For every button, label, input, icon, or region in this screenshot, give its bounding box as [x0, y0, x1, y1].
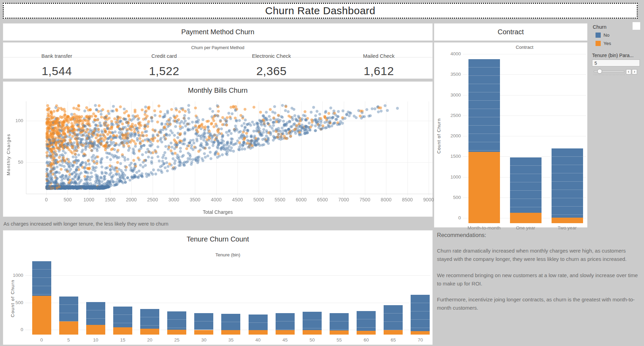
scatter-xtick-label: 5500 [270, 197, 290, 202]
scatter-xtick-label: 7500 [355, 197, 375, 202]
kpi-value[interactable]: 2,365 [218, 64, 325, 78]
contract-inner-title: Contract [463, 45, 586, 50]
bar-segment-no[interactable] [552, 148, 583, 218]
scatter-xtick-label: 6500 [312, 197, 333, 202]
scatter-caption: As charges increased with longer tenure,… [3, 219, 433, 229]
scatter-xtick-label: 5000 [248, 197, 269, 202]
kpi-value[interactable]: 1,544 [3, 64, 110, 78]
scatter-panel-title-strip: Monthly Bills Churn [3, 81, 433, 100]
scatter-xtick-label: 3000 [163, 197, 184, 202]
bar-chart-category-label: 50 [298, 337, 325, 343]
bar-segment-no[interactable] [411, 295, 430, 331]
bar-segment-no[interactable] [330, 313, 349, 330]
legend-blank-square [633, 22, 640, 30]
payment-kpi-subtitle: Churn per Payment Method [3, 45, 432, 50]
bar-segment-yes[interactable] [357, 331, 376, 335]
bar-chart-category-label: Two year [546, 225, 588, 230]
legend-swatch-no [596, 33, 601, 38]
bar-chart-ytick-label: 1000 [445, 174, 461, 180]
contract-panel-title-strip: Contract [434, 23, 588, 41]
bar-chart-ytick-label: 3500 [445, 72, 461, 77]
bar-segment-yes[interactable] [59, 321, 78, 335]
scatter-xlabel: Total Charges [3, 209, 432, 215]
bar-chart-ytick-label: 1500 [445, 154, 461, 159]
bar-segment-no[interactable] [249, 315, 268, 330]
scatter-xtick-label: 2000 [121, 197, 142, 202]
bar-chart-category-label: 5 [55, 337, 82, 343]
kpi-value[interactable]: 1,522 [110, 64, 218, 78]
bar-chart-category-label: 25 [163, 337, 190, 343]
scatter-xtick-label: 1500 [100, 197, 120, 202]
kpi-column: Bank transfer1,544 [3, 51, 110, 79]
bar-chart-category-label: 15 [109, 337, 136, 343]
parameter-value-input[interactable] [592, 60, 640, 66]
parameter-increment-button[interactable]: › [632, 69, 637, 74]
bar-chart-category-label: 65 [380, 337, 407, 343]
bar-chart-category-label: 60 [353, 337, 380, 343]
recommendations-block: Recommendations: Churn rate dramatically… [437, 232, 642, 320]
tenure-panel-title-strip: Tenure Churn Count [3, 230, 433, 248]
legend-item-yes[interactable]: Yes [596, 41, 611, 46]
recommendations-heading: Recommendations: [437, 232, 642, 238]
bar-segment-no[interactable] [32, 261, 51, 296]
bar-segment-yes[interactable] [32, 296, 51, 335]
payment-kpi-panel: Churn per Payment Method Bank transfer1,… [3, 42, 433, 79]
bar-segment-no[interactable] [140, 309, 159, 329]
legend-item-no[interactable]: No [596, 33, 609, 38]
bar-segment-no[interactable] [303, 312, 322, 330]
bar-segment-yes[interactable] [194, 330, 213, 335]
bar-chart-ytick-label: 2000 [445, 133, 461, 138]
bar-segment-yes[interactable] [276, 330, 295, 335]
bar-chart-ytick-label: 0 [7, 327, 23, 332]
bar-segment-no[interactable] [510, 157, 542, 213]
scatter-xtick-label: 3500 [185, 197, 205, 202]
bar-chart-category-label: 70 [407, 337, 434, 343]
bar-segment-yes[interactable] [221, 330, 240, 335]
bar-segment-yes[interactable] [140, 329, 159, 335]
bar-chart-ytick-label: 500 [445, 195, 461, 200]
contract-ylabel: Count of Churn [436, 101, 441, 171]
bar-chart-ytick-label: 3000 [445, 92, 461, 98]
bar-segment-yes[interactable] [468, 152, 500, 223]
scatter-xtick-label: 7000 [333, 197, 354, 202]
bar-chart-gridline [25, 275, 430, 276]
kpi-value[interactable]: 1,612 [325, 64, 432, 78]
bar-chart-ytick-label: 0 [445, 215, 461, 220]
bar-segment-yes[interactable] [86, 325, 105, 335]
bar-segment-yes[interactable] [167, 330, 186, 335]
kpi-column-header: Bank transfer [3, 53, 110, 59]
bar-chart-category-label: Month-to-month [463, 225, 505, 230]
bar-chart-ytick-label: 500 [7, 300, 23, 305]
bar-segment-no[interactable] [221, 314, 240, 330]
parameter-decrement-button[interactable]: ‹ [626, 69, 631, 74]
kpi-column-header: Credit card [110, 53, 218, 59]
bar-segment-no[interactable] [86, 302, 105, 325]
bar-segment-no[interactable] [357, 311, 376, 331]
tenure-top-axis-title: Tenure (bin) [25, 252, 430, 257]
bar-segment-yes[interactable] [384, 330, 403, 335]
scatter-xtick-label: 8500 [397, 197, 418, 202]
dashboard-title-bar: Churn Rate Dashboard [3, 3, 638, 19]
bar-segment-yes[interactable] [249, 330, 268, 335]
bar-segment-yes[interactable] [552, 218, 583, 223]
dashboard-title: Churn Rate Dashboard [265, 5, 376, 17]
bar-segment-yes[interactable] [510, 213, 542, 223]
bar-segment-no[interactable] [194, 313, 213, 330]
bar-segment-yes[interactable] [113, 327, 132, 335]
bar-segment-no[interactable] [468, 59, 500, 152]
contract-chart-panel: Contract Count of Churn 0500100015002000… [434, 42, 588, 228]
bar-segment-yes[interactable] [411, 331, 430, 335]
scatter-xtick-label: 8000 [376, 197, 396, 202]
bar-segment-no[interactable] [167, 311, 186, 329]
parameter-slider-thumb[interactable] [597, 69, 602, 74]
bar-segment-no[interactable] [276, 313, 295, 330]
bar-segment-yes[interactable] [330, 330, 349, 335]
bar-segment-no[interactable] [384, 305, 403, 330]
bar-chart-category-label: 55 [325, 337, 352, 343]
scatter-xtick-label: 6000 [291, 197, 312, 202]
bar-segment-no[interactable] [113, 307, 132, 327]
bar-chart-ytick-label: 1000 [7, 273, 23, 278]
bar-segment-no[interactable] [59, 297, 78, 321]
scatter-panel-title: Monthly Bills Churn [188, 86, 248, 94]
bar-segment-yes[interactable] [303, 330, 322, 335]
